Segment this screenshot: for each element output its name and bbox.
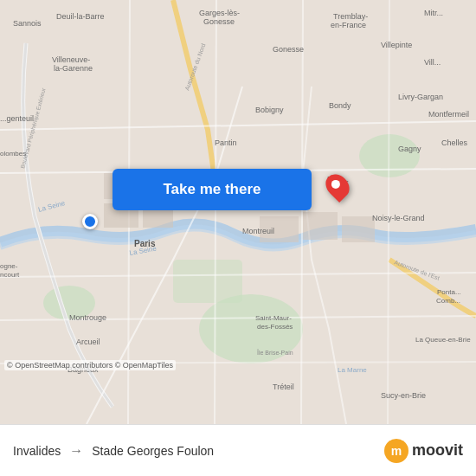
- svg-rect-4: [173, 260, 242, 303]
- svg-text:Arcueil: Arcueil: [76, 338, 100, 346]
- svg-text:Bondy: Bondy: [329, 101, 351, 110]
- svg-rect-20: [303, 212, 338, 240]
- svg-text:ogne-: ogne-: [0, 262, 18, 270]
- svg-text:Chelles: Chelles: [441, 138, 468, 147]
- moovit-brand-text: moovit: [412, 441, 463, 460]
- svg-text:Livry-Gargan: Livry-Gargan: [398, 93, 443, 101]
- svg-text:Vill...: Vill...: [424, 58, 441, 67]
- svg-text:Île Brise-Pain: Île Brise-Pain: [256, 349, 293, 356]
- svg-text:Montreuil: Montreuil: [242, 227, 274, 235]
- svg-text:olombes: olombes: [0, 150, 26, 158]
- svg-text:Villepinte: Villepinte: [381, 41, 412, 49]
- from-location-label: Invalides: [13, 444, 61, 458]
- moovit-icon: m: [384, 439, 408, 463]
- svg-text:Tréteil: Tréteil: [273, 383, 294, 391]
- take-me-there-button[interactable]: Take me there: [113, 169, 312, 210]
- svg-text:Paris: Paris: [134, 239, 156, 248]
- svg-text:Tremblay-: Tremblay-: [333, 12, 368, 21]
- svg-text:Montrouge: Montrouge: [69, 313, 106, 322]
- svg-text:La Marne: La Marne: [338, 366, 367, 374]
- svg-text:en-France: en-France: [331, 21, 366, 29]
- svg-text:Noisy-le-Grand: Noisy-le-Grand: [372, 214, 425, 222]
- map-container: Sannois Deuil-la-Barre Garges-lès- Gones…: [0, 0, 476, 424]
- svg-text:Mitr...: Mitr...: [424, 9, 443, 17]
- svg-text:Gonesse: Gonesse: [273, 45, 304, 54]
- svg-text:Saint-Maur-: Saint-Maur-: [255, 314, 292, 322]
- svg-text:Sannois: Sannois: [13, 19, 42, 28]
- footer-bar: Invalides → Stade Georges Foulon m moovi…: [0, 424, 476, 476]
- svg-text:la-Garenne: la-Garenne: [54, 64, 93, 73]
- svg-text:Gagny: Gagny: [398, 145, 421, 153]
- origin-marker: [82, 214, 98, 229]
- moovit-logo: m moovit: [384, 439, 463, 463]
- arrow-icon: →: [69, 443, 83, 459]
- svg-text:La Queue-en-Brie: La Queue-en-Brie: [415, 336, 471, 344]
- svg-text:Garges-lès-: Garges-lès-: [199, 9, 240, 17]
- svg-text:Deuil-la-Barre: Deuil-la-Barre: [56, 12, 105, 21]
- svg-text:Pantin: Pantin: [215, 138, 237, 147]
- svg-text:Gonesse: Gonesse: [203, 17, 235, 26]
- map-attribution: © OpenStreetMap contributors © OpenMapTi…: [4, 360, 176, 370]
- svg-text:des-Fossés: des-Fossés: [257, 323, 293, 331]
- svg-text:Comb...: Comb...: [436, 297, 460, 305]
- svg-text:...genteuil: ...genteuil: [0, 114, 34, 123]
- svg-text:Bobigny: Bobigny: [255, 106, 284, 114]
- svg-text:Ponta...: Ponta...: [437, 288, 461, 296]
- to-location-label: Stade Georges Foulon: [92, 444, 214, 458]
- svg-text:ncourt: ncourt: [0, 271, 20, 279]
- svg-text:Villeneuve-: Villeneuve-: [52, 55, 90, 64]
- svg-text:Sucy-en-Brie: Sucy-en-Brie: [381, 391, 426, 400]
- svg-rect-21: [342, 216, 375, 242]
- svg-text:Montfermeil: Montfermeil: [428, 110, 469, 119]
